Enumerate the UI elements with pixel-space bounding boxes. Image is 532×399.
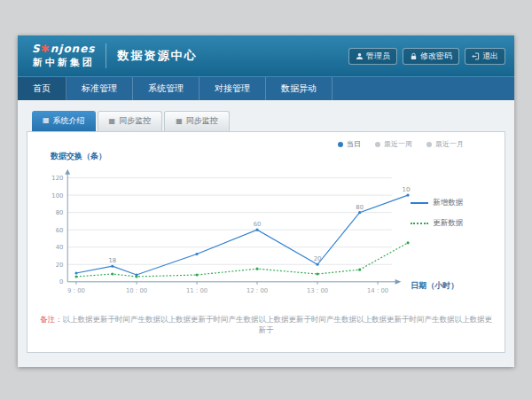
svg-text:80: 80 xyxy=(356,204,364,211)
svg-text:11：00: 11：00 xyxy=(186,287,207,294)
tab-sync-monitor-1[interactable]: ▦ 同步监控 xyxy=(98,111,163,131)
nav-item-system-mgmt[interactable]: 系统管理 xyxy=(133,77,200,100)
y-axis-title: 数据交换（条） xyxy=(51,151,494,162)
legend-line-sample xyxy=(411,223,428,224)
svg-text:60: 60 xyxy=(56,227,64,234)
main-navbar: 首页 标准管理 系统管理 对接管理 数据异动 xyxy=(18,76,514,100)
svg-text:13：00: 13：00 xyxy=(307,287,328,294)
svg-text:12：00: 12：00 xyxy=(246,287,268,294)
app-window: S✱njones 新中新集团 数据资源中心 管理员 修改密码 退出 首页 标准管… xyxy=(18,35,514,367)
chart-legend: 新增数据更新数据 xyxy=(411,198,494,239)
logout-icon xyxy=(472,52,480,60)
filter-last-week[interactable]: 最近一周 xyxy=(375,139,412,149)
footnote-label: 备注： xyxy=(40,315,63,324)
tab-bar: ▦ 系统介绍 ▦ 同步监控 ▦ 同步监控 xyxy=(27,111,505,131)
chart-panel: 当日 最近一周 最近一月 数据交换（条） 0204060801001209：00… xyxy=(27,131,505,353)
line-chart: 0204060801001209：0010：0011：0012：0013：001… xyxy=(38,162,411,311)
svg-text:18: 18 xyxy=(108,257,116,264)
admin-user-button[interactable]: 管理员 xyxy=(348,48,397,65)
legend-label: 新增数据 xyxy=(433,198,463,208)
radio-dot-icon xyxy=(426,142,432,147)
nav-item-docking-mgmt[interactable]: 对接管理 xyxy=(200,77,266,100)
chart-right-column: 新增数据更新数据 日期（小时） xyxy=(411,162,494,311)
svg-text:100: 100 xyxy=(51,192,63,200)
svg-text:120: 120 xyxy=(51,175,63,182)
svg-text:80: 80 xyxy=(56,209,64,216)
header-divider xyxy=(106,43,106,68)
grid-icon: ▦ xyxy=(176,118,183,125)
grid-icon: ▦ xyxy=(109,118,116,125)
legend-line-sample xyxy=(411,202,428,204)
logout-button[interactable]: 退出 xyxy=(465,48,505,65)
svg-text:14：00: 14：00 xyxy=(367,287,388,294)
svg-text:20: 20 xyxy=(314,255,322,262)
page-title: 数据资源中心 xyxy=(117,48,197,64)
logo-text: S✱njones xyxy=(32,43,95,55)
nav-item-home[interactable]: 首页 xyxy=(18,77,66,100)
logo-star-icon: ✱ xyxy=(41,43,51,55)
footnote-text: 以上数据更新于时间产生数据以上数据更新于时间产生数据以上数据更新于时间产生数据以… xyxy=(63,315,493,334)
svg-text:60: 60 xyxy=(254,221,262,228)
radio-dot-icon xyxy=(338,142,343,147)
svg-text:100: 100 xyxy=(403,186,411,193)
x-axis-title: 日期（小时） xyxy=(411,280,494,292)
company-logo: S✱njones 新中新集团 xyxy=(32,43,95,69)
nav-item-data-change[interactable]: 数据异动 xyxy=(266,77,332,100)
tab-sync-monitor-2[interactable]: ▦ 同步监控 xyxy=(164,111,230,131)
radio-dot-icon xyxy=(375,142,380,147)
tab-system-intro[interactable]: ▦ 系统介绍 xyxy=(32,111,96,131)
grid-icon: ▦ xyxy=(43,117,50,124)
time-range-filters: 当日 最近一周 最近一月 xyxy=(38,139,494,149)
svg-text:40: 40 xyxy=(56,244,64,251)
filter-last-month[interactable]: 最近一月 xyxy=(426,139,464,149)
logo-subtitle: 新中新集团 xyxy=(33,56,95,69)
top-header: S✱njones 新中新集团 数据资源中心 管理员 修改密码 退出 xyxy=(18,35,514,76)
filter-today[interactable]: 当日 xyxy=(338,139,361,149)
legend-label: 更新数据 xyxy=(433,218,463,229)
lock-icon xyxy=(410,52,418,60)
user-icon xyxy=(356,52,364,60)
content-area: ▦ 系统介绍 ▦ 同步监控 ▦ 同步监控 当日 最近一周 最近一月 数据交换（条… xyxy=(18,100,514,367)
svg-text:0: 0 xyxy=(59,278,63,286)
svg-text:10：00: 10：00 xyxy=(126,287,147,294)
legend-item[interactable]: 更新数据 xyxy=(411,218,494,229)
legend-item[interactable]: 新增数据 xyxy=(411,198,494,208)
chart-row: 0204060801001209：0010：0011：0012：0013：001… xyxy=(38,162,494,311)
nav-item-standard-mgmt[interactable]: 标准管理 xyxy=(66,77,133,100)
change-password-button[interactable]: 修改密码 xyxy=(403,48,459,65)
footnote: 备注：以上数据更新于时间产生数据以上数据更新于时间产生数据以上数据更新于时间产生… xyxy=(38,315,494,336)
svg-text:20: 20 xyxy=(56,262,64,269)
svg-text:9：00: 9：00 xyxy=(67,287,85,294)
